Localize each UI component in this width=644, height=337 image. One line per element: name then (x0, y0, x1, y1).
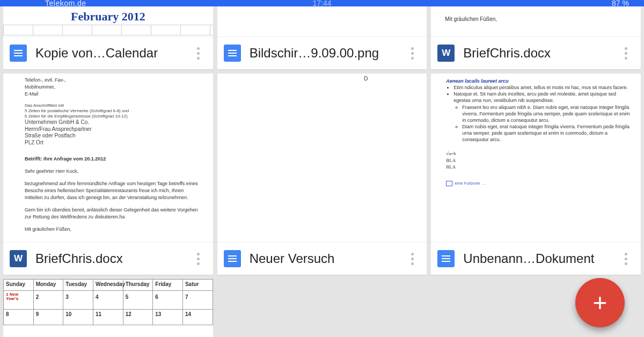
more-button[interactable] (191, 247, 207, 270)
docs-icon (224, 250, 241, 267)
file-title: BriefChris.docx (27, 251, 191, 266)
preview-text: bezugnehmend auf Ihre fernmündliche Anfr… (25, 180, 202, 201)
file-preview: Mit gräulichen Füßen, (431, 6, 641, 37)
preview-text: Telefon-, evtl. Fax-,Mobilnummer,E-Mail (25, 77, 202, 98)
file-footer: Unbenann…Dokument (431, 243, 641, 275)
docs-icon (437, 250, 455, 267)
file-preview: February 2012 (3, 6, 213, 37)
file-footer: BriefChris.docx (3, 243, 213, 275)
preview-footnote: eine Fußnote … (446, 181, 633, 187)
file-card[interactable]: Telefon-, evtl. Fax-,Mobilnummer,E-Mail … (3, 74, 213, 275)
file-preview: Telefon-, evtl. Fax-,Mobilnummer,E-Mail … (3, 74, 213, 243)
more-button[interactable] (618, 41, 634, 65)
file-preview: Aenean lacails laureet arcu Etim ndiculu… (431, 74, 641, 243)
file-title: BriefChris.docx (455, 46, 618, 61)
preview-text: Gern bin ich überdies bereit, anlässlich… (25, 207, 202, 221)
file-preview (217, 6, 427, 37)
file-grid-row-1: February 2012 Kopie von…Calendar Bildsch… (0, 6, 644, 69)
preview-list: Etim ndiculus aliquet peratibus amet, te… (446, 84, 633, 143)
docs-icon (10, 45, 27, 62)
file-preview: D (217, 74, 427, 243)
file-preview: Sunday Monday Tuesday Wednesday Thursday… (3, 279, 213, 337)
preview-calendar-grid (3, 25, 213, 35)
word-icon (437, 45, 455, 62)
file-footer: BriefChris.docx (431, 37, 641, 69)
create-fab[interactable]: + (575, 278, 625, 327)
file-footer: Kopie von…Calendar (3, 37, 213, 69)
file-grid-row-2: Telefon-, evtl. Fax-,Mobilnummer,E-Mail … (0, 74, 644, 275)
preview-text: Das Anschriftfeld mit 5 Zeilen für posta… (25, 103, 202, 146)
file-grid-row-3: Sunday Monday Tuesday Wednesday Thursday… (0, 279, 644, 337)
file-title: Neuer Versuch (241, 251, 405, 266)
more-button[interactable] (404, 247, 420, 270)
file-title: Bildschir…9.09.00.png (241, 46, 405, 61)
preview-math: √a+b BLA BLA (446, 150, 633, 170)
docs-icon (224, 45, 241, 62)
preview-calendar-title: February 2012 (3, 6, 213, 25)
more-button[interactable] (618, 247, 634, 270)
file-card[interactable]: Bildschir…9.09.00.png (217, 6, 427, 69)
word-icon (10, 250, 27, 267)
preview-heading: Aenean lacails laureet arcu (446, 78, 633, 84)
more-button[interactable] (404, 41, 420, 65)
file-footer: Neuer Versuch (217, 243, 427, 275)
file-title: Unbenann…Dokument (455, 251, 618, 266)
file-card[interactable]: D Neuer Versuch (217, 74, 427, 275)
file-footer: Bildschir…9.09.00.png (217, 37, 427, 69)
status-bar: Telekom.de 17:44 87 % (0, 0, 644, 6)
plus-icon: + (593, 288, 608, 317)
file-card[interactable]: Mit gräulichen Füßen, BriefChris.docx (431, 6, 641, 69)
file-title: Kopie von…Calendar (27, 46, 191, 61)
preview-text: Sehr geehrter Herr Kock, (25, 168, 202, 175)
file-card[interactable]: Aenean lacails laureet arcu Etim ndiculu… (431, 74, 641, 275)
preview-text: Betrifft: Ihre Anfrage vom 20.1.2012 (25, 156, 202, 163)
preview-text: Mit gräulichen Füßen, (25, 226, 202, 233)
preview-text: D (217, 74, 427, 82)
more-button[interactable] (191, 41, 207, 65)
file-card[interactable]: February 2012 Kopie von…Calendar (3, 6, 213, 69)
file-card[interactable]: Sunday Monday Tuesday Wednesday Thursday… (3, 279, 213, 337)
preview-calendar-table: Sunday Monday Tuesday Wednesday Thursday… (3, 279, 213, 325)
preview-text: Mit gräulichen Füßen, (431, 6, 641, 22)
